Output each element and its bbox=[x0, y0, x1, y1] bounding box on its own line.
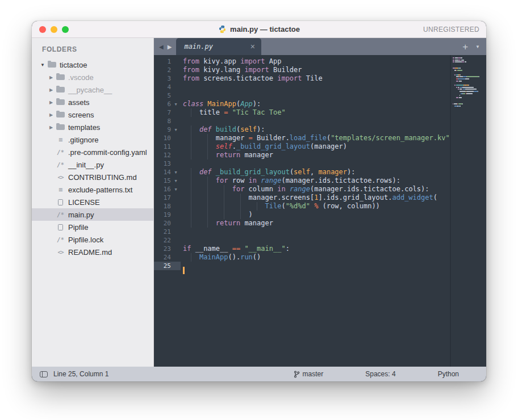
code-token: manager bbox=[240, 151, 273, 159]
indent-guide bbox=[191, 253, 191, 262]
code-line-22[interactable]: 22 bbox=[154, 236, 450, 245]
minimap[interactable] bbox=[450, 55, 486, 367]
code-editor[interactable]: 1from kivy.app import App2from kivy.lang… bbox=[154, 55, 450, 367]
code-token: __name__ bbox=[191, 245, 232, 253]
line-number: 18 bbox=[154, 203, 171, 210]
minimap-line bbox=[453, 106, 486, 107]
git-branch-icon bbox=[294, 371, 300, 378]
indent-guide bbox=[191, 211, 191, 219]
indent-guide bbox=[224, 202, 224, 211]
sidebar-file-Pipfile[interactable]: Pipfile bbox=[32, 221, 153, 233]
tab-main-py[interactable]: main.py ✕ bbox=[176, 38, 261, 55]
code-line-8[interactable]: 8 bbox=[154, 117, 450, 125]
code-line-9[interactable]: 9▼ def build(self): bbox=[154, 125, 450, 134]
sidebar-folder-screens[interactable]: ▶screens bbox=[32, 108, 153, 121]
python-file-icon bbox=[218, 25, 227, 33]
chevron-right-icon[interactable]: ▶ bbox=[47, 87, 55, 93]
code-line-5[interactable]: 5 bbox=[154, 91, 450, 100]
indent-guide bbox=[191, 219, 191, 228]
sidebar-file-.gitignore[interactable]: ≡.gitignore bbox=[32, 133, 153, 146]
sidebar-toggle-icon[interactable] bbox=[40, 371, 48, 377]
indent-guide bbox=[257, 202, 257, 211]
new-tab-button[interactable]: + bbox=[462, 42, 468, 52]
sidebar-file-LICENSE[interactable]: LICENSE bbox=[32, 196, 153, 208]
chevron-right-icon[interactable]: ▶ bbox=[47, 100, 55, 105]
code-line-6[interactable]: 6▼class MainApp(App): bbox=[154, 100, 450, 108]
chevron-right-icon[interactable]: ▶ bbox=[47, 112, 55, 117]
zoom-window-button[interactable] bbox=[62, 26, 69, 33]
code-line-23[interactable]: 23if __name__ == "__main__": bbox=[154, 245, 450, 253]
code-line-10[interactable]: 10 manager = Builder.load_file("template… bbox=[154, 134, 450, 142]
fold-arrow-icon[interactable]: ▼ bbox=[171, 179, 181, 183]
code-line-2[interactable]: 2from kivy.lang import Builder bbox=[154, 66, 450, 74]
tab-list-menu-icon[interactable]: ▼ bbox=[475, 44, 480, 49]
code-line-11[interactable]: 11 self._build_grid_layout(manager) bbox=[154, 142, 450, 151]
sidebar-folder-__pycache__[interactable]: ▶__pycache__ bbox=[32, 83, 153, 96]
sidebar-file-CONTRIBUTING.md[interactable]: <>CONTRIBUTING.md bbox=[32, 171, 153, 183]
line-text: if __name__ == "__main__": bbox=[181, 245, 450, 253]
syntax-mode[interactable]: Python bbox=[438, 370, 459, 378]
nav-back-icon[interactable]: ◀ bbox=[159, 44, 164, 50]
sidebar-folder-templates[interactable]: ▶templates bbox=[32, 121, 153, 133]
git-branch[interactable]: master bbox=[294, 370, 324, 378]
code-line-14[interactable]: 14▼ def _build_grid_layout(self, manager… bbox=[154, 168, 450, 177]
sidebar-folder-assets[interactable]: ▶assets bbox=[32, 96, 153, 108]
minimap-line bbox=[453, 103, 486, 104]
fold-arrow-icon[interactable]: ▼ bbox=[171, 102, 181, 107]
code-line-12[interactable]: 12 return manager bbox=[154, 151, 450, 159]
tree-item-label: main.py bbox=[68, 211, 94, 219]
tab-close-icon[interactable]: ✕ bbox=[248, 43, 257, 51]
sidebar-file-__init__.py[interactable]: /*__init__.py bbox=[32, 158, 153, 171]
indent-guide bbox=[207, 151, 208, 159]
gutter: 10 bbox=[154, 134, 181, 142]
code-token: for bbox=[232, 185, 245, 193]
code-line-24[interactable]: 24 MainApp().run() bbox=[154, 253, 450, 262]
close-window-button[interactable] bbox=[39, 26, 46, 33]
sidebar-file-README.md[interactable]: <>README.md bbox=[32, 246, 153, 258]
folder-icon bbox=[55, 99, 66, 105]
code-line-20[interactable]: 20 return manager bbox=[154, 219, 450, 228]
sidebar-folder-tictactoe[interactable]: ▼tictactoe bbox=[32, 58, 153, 71]
nav-forward-icon[interactable]: ▶ bbox=[168, 44, 172, 50]
code-line-3[interactable]: 3from screens.tictactoe import Tile bbox=[154, 74, 450, 83]
gutter: 20 bbox=[154, 219, 181, 228]
code-line-17[interactable]: 17 manager.screens[1].ids.grid_layout.ad… bbox=[154, 194, 450, 202]
sidebar-file-.pre-commit-config.yaml[interactable]: /*.pre-commit-config.yaml bbox=[32, 146, 153, 158]
code-line-1[interactable]: 1from kivy.app import App bbox=[154, 57, 450, 66]
line-text: from screens.tictactoe import Tile bbox=[181, 74, 450, 83]
code-token bbox=[183, 151, 216, 159]
code-token: def bbox=[199, 125, 212, 133]
code-line-25[interactable]: 25 bbox=[154, 262, 450, 270]
code-token: ): bbox=[347, 168, 355, 176]
chevron-down-icon[interactable]: ▼ bbox=[39, 62, 47, 68]
code-line-7[interactable]: 7 title = "Tic Tac Toe" bbox=[154, 108, 450, 117]
chevron-right-icon[interactable]: ▶ bbox=[47, 125, 55, 130]
chevron-right-icon[interactable]: ▶ bbox=[47, 75, 55, 80]
gutter: 11 bbox=[154, 142, 181, 151]
code-token: return bbox=[216, 219, 240, 227]
code-token: in bbox=[277, 185, 285, 193]
code-line-18[interactable]: 18 Tile("%d%d" % (row, column)) bbox=[154, 202, 450, 211]
fold-arrow-icon[interactable]: ▼ bbox=[171, 170, 181, 175]
code-line-15[interactable]: 15▼ for row in range(manager.ids.tictact… bbox=[154, 177, 450, 185]
sidebar-folder-.vscode[interactable]: ▶.vscode bbox=[32, 71, 153, 83]
sidebar-file-Pipfile.lock[interactable]: /*Pipfile.lock bbox=[32, 233, 153, 246]
code-token: from bbox=[183, 57, 199, 65]
line-number: 20 bbox=[154, 220, 171, 227]
sidebar-file-exclude-patterns.txt[interactable]: ≡exclude-patterns.txt bbox=[32, 183, 153, 196]
sidebar-file-main.py[interactable]: /*main.py bbox=[32, 208, 153, 221]
code-line-13[interactable]: 13 bbox=[154, 159, 450, 168]
code-line-16[interactable]: 16▼ for column in range(manager.ids.tict… bbox=[154, 185, 450, 194]
line-text: def build(self): bbox=[181, 125, 450, 134]
fold-arrow-icon[interactable]: ▼ bbox=[171, 128, 181, 132]
indentation-setting[interactable]: Spaces: 4 bbox=[365, 370, 395, 378]
code-token: () bbox=[253, 253, 261, 261]
code-token: from bbox=[183, 74, 199, 82]
fold-arrow-icon[interactable]: ▼ bbox=[171, 187, 181, 192]
code-token: (manager) bbox=[310, 142, 347, 150]
code-line-4[interactable]: 4 bbox=[154, 83, 450, 91]
indent-guide bbox=[207, 219, 208, 228]
code-line-19[interactable]: 19 ) bbox=[154, 211, 450, 219]
minimize-window-button[interactable] bbox=[51, 26, 57, 33]
code-line-21[interactable]: 21 bbox=[154, 228, 450, 236]
